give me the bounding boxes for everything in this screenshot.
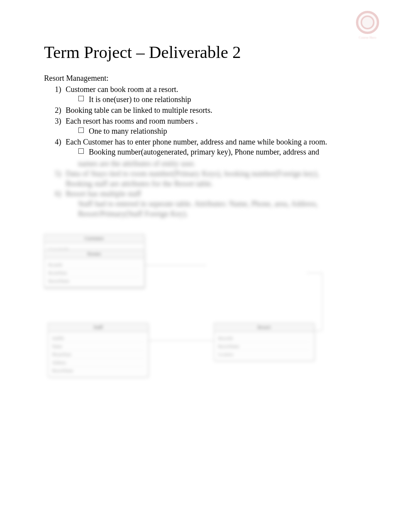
entity-attr: ResortName: [218, 342, 310, 350]
sub-list-item: 🞎It is one(user) to one relationship: [78, 94, 391, 104]
bullet-icon: 🞎: [78, 148, 84, 156]
entity-attr: PhoneNum: [52, 350, 144, 359]
list-item-1: 1)Customer can book room at a resort. 🞎I…: [55, 84, 391, 104]
page-title: Term Project – Deliverable 2: [44, 42, 391, 62]
connector-line: [144, 265, 206, 265]
list-text: Each resort has rooms and room numbers .: [66, 117, 198, 125]
connector-line: [148, 340, 214, 341]
list-number: 4): [55, 137, 66, 147]
list-item-3: 3)Each resort has rooms and room numbers…: [55, 116, 391, 136]
sub-list-item: 🞎One to many relationship: [78, 126, 391, 136]
entity-header: Staff: [48, 323, 148, 332]
entity-attr: Name: [52, 342, 144, 350]
sub-list: 🞎It is one(user) to one relationship: [78, 94, 391, 104]
bullet-icon: 🞎: [78, 95, 84, 103]
entity-rooms: Rooms RoomId RoomNum ResortName: [44, 250, 144, 287]
requirements-list: 1)Customer can book room at a resort. 🞎I…: [55, 84, 391, 157]
blurred-line: Staff had to entered in seperate table. …: [78, 199, 391, 209]
blurred-preview-text: names are the attributes of entity user.…: [55, 158, 391, 219]
entity-resort: Resort ResortId ResortName Location: [214, 323, 314, 361]
sub-list: 🞎One to many relationship: [78, 126, 391, 136]
list-item-2: 2)Booking table can be linked to multipl…: [55, 105, 391, 115]
list-text: Booking table can be linked to multiple …: [66, 106, 212, 114]
entity-header: Resort: [214, 323, 314, 332]
blurred-line: 6)Resort has multiple staff: [55, 189, 391, 199]
list-text: Each Customer has to enter phone number,…: [66, 138, 327, 146]
entity-attr: RoomNum: [48, 269, 140, 277]
list-number: 2): [55, 105, 66, 115]
list-item-4: 4)Each Customer has to enter phone numbe…: [55, 137, 391, 157]
sub-text: Booking number(autogenerated, primary ke…: [89, 148, 319, 156]
connector-line: [322, 273, 322, 331]
bullet-icon: 🞎: [78, 127, 84, 135]
er-diagram: Customer CustomerId CustomerName Address…: [44, 234, 345, 412]
entity-header: Customer: [44, 235, 144, 243]
entity-attr: ResortName: [48, 277, 140, 285]
list-text: Customer can book room at a resort.: [66, 85, 178, 93]
logo-caption: Course Hero: [359, 36, 376, 39]
connector-line: [307, 273, 322, 273]
entity-attr: ResortId: [218, 334, 310, 342]
entity-attr: RoomId: [48, 261, 140, 269]
blurred-line: 5)Data of Stays tied to room number(Prim…: [55, 168, 391, 178]
entity-staff: Staff StaffId Name PhoneNum Address Reso…: [48, 323, 148, 377]
blurred-line: Resort/Primary(Staff Foreign Key).: [78, 209, 391, 219]
connector-line: [314, 331, 322, 331]
logo-circle-icon: [356, 11, 379, 34]
institution-logo: Course Hero: [344, 8, 391, 42]
entity-attr: Location: [218, 350, 310, 358]
entity-attr: Address: [52, 359, 144, 367]
blurred-line: names are the attributes of entity user.: [78, 158, 391, 168]
sub-list: 🞎Booking number(autogenerated, primary k…: [78, 147, 391, 157]
entity-attr: StaffId: [52, 334, 144, 342]
list-number: 3): [55, 116, 66, 126]
sub-text: One to many relationship: [89, 127, 167, 135]
blurred-line: Booking staff are attributes for the Res…: [66, 178, 391, 189]
entity-attr: ResortName: [52, 367, 144, 374]
section-subtitle: Resort Management:: [44, 74, 391, 83]
entity-header: Rooms: [44, 250, 144, 258]
sub-text: It is one(user) to one relationship: [89, 95, 191, 104]
list-number: 1): [55, 84, 66, 94]
sub-list-item: 🞎Booking number(autogenerated, primary k…: [78, 147, 391, 157]
